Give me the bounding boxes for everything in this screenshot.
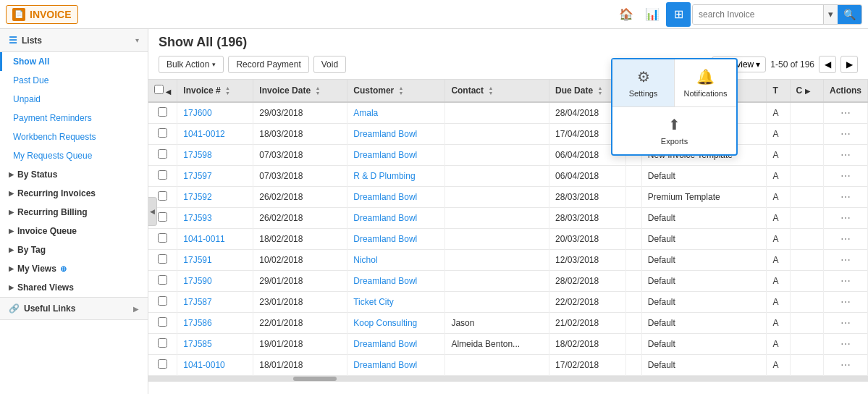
row-more-button[interactable]: ⋯ — [838, 275, 854, 287]
row-extra — [625, 187, 641, 208]
sidebar-useful-links[interactable]: 🔗 Useful Links ▶ — [0, 297, 148, 320]
row-more-button[interactable]: ⋯ — [838, 107, 854, 119]
charts-button[interactable]: 📊 — [640, 2, 665, 27]
row-actions-cell: ⋯ — [823, 166, 867, 187]
row-contact: Jason — [445, 313, 549, 334]
row-checkbox[interactable] — [158, 212, 167, 222]
sidebar-group-recurring-invoices[interactable]: ▶ Recurring Invoices — [0, 184, 148, 203]
home-button[interactable]: 🏠 — [614, 2, 639, 27]
row-checkbox[interactable] — [158, 149, 167, 159]
row-more-button[interactable]: ⋯ — [838, 212, 854, 224]
customer-sort-icon[interactable]: ▲▼ — [399, 85, 404, 96]
row-checkbox-cell — [148, 145, 177, 166]
sidebar-group-by-status[interactable]: ▶ By Status — [0, 165, 148, 184]
row-invoice-num: 17J600 — [177, 102, 253, 124]
search-dropdown-button[interactable]: ▾ — [823, 5, 838, 24]
row-contact — [445, 355, 549, 376]
my-views-plus-icon[interactable]: ⊕ — [60, 264, 67, 274]
sidebar-group-my-views[interactable]: ▶ My Views ⊕ — [0, 259, 148, 278]
sidebar-item-workbench-requests[interactable]: Workbench Requests — [0, 127, 148, 146]
sidebar-item-past-due[interactable]: Past Due — [0, 71, 148, 90]
row-checkbox[interactable] — [158, 191, 167, 201]
lists-chevron-icon[interactable]: ▾ — [135, 36, 139, 44]
row-checkbox-cell — [148, 124, 177, 145]
row-extra — [625, 208, 641, 229]
record-payment-button[interactable]: Record Payment — [228, 56, 308, 73]
prev-page-button[interactable]: ◀ — [819, 56, 836, 73]
row-checkbox[interactable] — [158, 128, 167, 138]
col-c-expand-icon: ▶ — [805, 88, 810, 95]
row-checkbox[interactable] — [158, 317, 167, 327]
row-col-a: A — [767, 124, 790, 145]
due-date-sort-icon[interactable]: ▲▼ — [597, 85, 602, 96]
bulk-action-button[interactable]: Bulk Action ▾ — [159, 56, 224, 73]
popup-top-row: ⚙ Settings 🔔 Notifications — [612, 59, 736, 107]
next-page-button[interactable]: ▶ — [840, 56, 858, 73]
row-checkbox-cell — [148, 166, 177, 187]
search-container: ▾ 🔍 — [692, 4, 862, 25]
row-checkbox[interactable] — [158, 233, 167, 243]
search-go-button[interactable]: 🔍 — [838, 5, 861, 24]
row-invoice-date: 22/01/2018 — [253, 313, 347, 334]
sidebar-lists-title: ☰ Lists — [9, 35, 42, 46]
invoices-table: ◀ Invoice # ▲▼ Invoice Date ▲▼ Customer — [148, 80, 868, 376]
row-more-button[interactable]: ⋯ — [838, 317, 854, 329]
row-more-button[interactable]: ⋯ — [838, 233, 854, 245]
table-row: 17J600 29/03/2018 Amala 28/04/2018 Defau… — [148, 102, 868, 124]
row-customer: Dreamland Bowl — [347, 208, 445, 229]
exports-button[interactable]: ⬆ Exports — [612, 107, 736, 154]
search-input[interactable] — [693, 5, 823, 24]
contact-sort-icon[interactable]: ▲▼ — [488, 85, 493, 96]
content-header: Show All (196) Bulk Action ▾ Record Paym… — [148, 29, 868, 80]
table-row: 17J585 19/01/2018 Dreamland Bowl Almeida… — [148, 334, 868, 355]
sidebar-item-show-all[interactable]: Show All — [0, 52, 148, 71]
settings-button[interactable]: ⚙ Settings — [612, 59, 674, 106]
row-more-button[interactable]: ⋯ — [838, 191, 854, 203]
sidebar-collapse-handle[interactable]: ◀ — [148, 197, 157, 226]
row-checkbox-cell — [148, 334, 177, 355]
row-checkbox-cell — [148, 271, 177, 292]
row-checkbox[interactable] — [158, 338, 167, 348]
row-invoice-date: 18/03/2018 — [253, 124, 347, 145]
row-col-c — [790, 124, 823, 145]
sidebar-group-shared-views[interactable]: ▶ Shared Views — [0, 278, 148, 297]
sidebar-group-invoice-queue[interactable]: ▶ Invoice Queue — [0, 222, 148, 240]
row-more-button[interactable]: ⋯ — [838, 296, 854, 308]
row-checkbox[interactable] — [158, 107, 167, 117]
sidebar-group-by-tag[interactable]: ▶ By Tag — [0, 240, 148, 259]
row-extra — [625, 334, 641, 355]
row-contact — [445, 145, 549, 166]
notifications-button[interactable]: 🔔 Notifications — [675, 59, 736, 106]
sidebar-item-payment-reminders[interactable]: Payment Reminders — [0, 109, 148, 127]
useful-links-title: 🔗 Useful Links — [9, 303, 75, 314]
row-more-button[interactable]: ⋯ — [838, 359, 854, 371]
row-more-button[interactable]: ⋯ — [838, 128, 854, 140]
table-header-row: ◀ Invoice # ▲▼ Invoice Date ▲▼ Customer — [148, 80, 868, 102]
row-more-button[interactable]: ⋯ — [838, 254, 854, 266]
sidebar-group-recurring-billing[interactable]: ▶ Recurring Billing — [0, 203, 148, 222]
row-checkbox[interactable] — [158, 170, 167, 180]
table-scrollbar-thumb[interactable] — [293, 377, 337, 381]
row-more-button[interactable]: ⋯ — [838, 149, 854, 161]
row-checkbox[interactable] — [158, 359, 167, 369]
recurring-billing-arrow-icon: ▶ — [9, 209, 14, 216]
grid-button[interactable]: ⊞ — [666, 2, 691, 27]
row-invoice-date: 26/02/2018 — [253, 187, 347, 208]
row-col-c — [790, 250, 823, 271]
top-bar: 📄 INVOICE 🏠 📊 ⊞ ▾ 🔍 — [0, 0, 868, 29]
row-pdf-template: Default — [641, 208, 767, 229]
row-checkbox[interactable] — [158, 275, 167, 285]
invoice-num-sort-icon[interactable]: ▲▼ — [225, 85, 230, 96]
row-contact — [445, 166, 549, 187]
select-all-checkbox[interactable] — [154, 85, 164, 94]
row-more-button[interactable]: ⋯ — [838, 338, 854, 350]
row-due-date: 18/02/2018 — [549, 334, 626, 355]
void-button[interactable]: Void — [313, 56, 346, 73]
row-more-button[interactable]: ⋯ — [838, 170, 854, 182]
row-checkbox[interactable] — [158, 254, 167, 264]
row-checkbox[interactable] — [158, 296, 167, 306]
row-col-c — [790, 292, 823, 313]
invoice-date-sort-icon[interactable]: ▲▼ — [315, 85, 320, 96]
sidebar-item-my-requests-queue[interactable]: My Requests Queue — [0, 146, 148, 165]
sidebar-item-unpaid[interactable]: Unpaid — [0, 90, 148, 109]
